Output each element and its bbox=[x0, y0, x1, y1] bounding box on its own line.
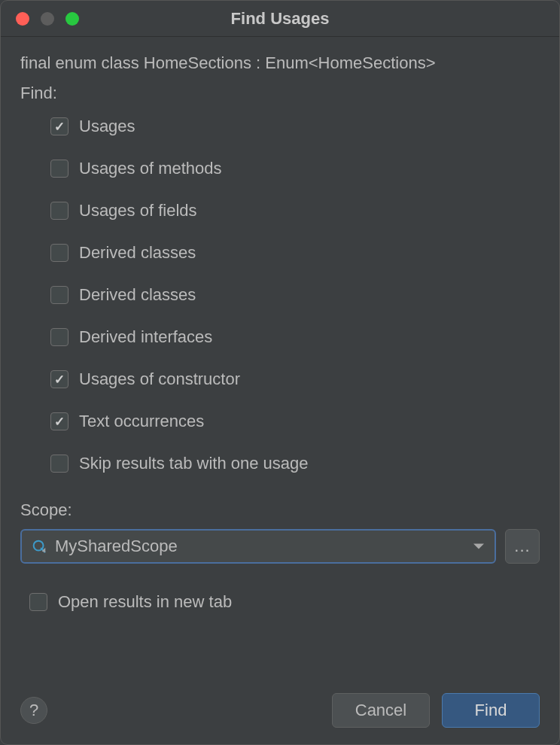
find-button[interactable]: Find bbox=[442, 693, 540, 728]
find-option-checkbox[interactable] bbox=[50, 455, 68, 473]
find-option-row[interactable]: Usages of methods bbox=[50, 159, 540, 178]
find-option-label: Derived interfaces bbox=[79, 327, 212, 347]
find-option-checkbox[interactable] bbox=[50, 412, 68, 430]
help-button[interactable]: ? bbox=[20, 697, 47, 724]
find-option-label: Usages of fields bbox=[79, 201, 197, 220]
scope-more-button[interactable]: ... bbox=[505, 529, 540, 564]
find-option-checkbox[interactable] bbox=[50, 117, 68, 135]
find-option-row[interactable]: Text occurrences bbox=[50, 412, 540, 431]
target-declaration: final enum class HomeSections : Enum<Hom… bbox=[20, 53, 540, 73]
chevron-down-icon bbox=[473, 544, 484, 549]
find-option-label: Text occurrences bbox=[79, 412, 204, 431]
scope-row: MySharedScope ... bbox=[20, 529, 540, 564]
scope-value: MySharedScope bbox=[55, 537, 178, 556]
find-label: Find: bbox=[20, 84, 540, 103]
find-option-row[interactable]: Usages of fields bbox=[50, 201, 540, 220]
find-option-label: Derived classes bbox=[79, 243, 196, 263]
find-usages-dialog: Find Usages final enum class HomeSection… bbox=[0, 0, 560, 745]
find-option-label: Usages of methods bbox=[79, 159, 222, 178]
scope-section: Scope: MySharedScope ... bbox=[20, 500, 540, 564]
window-minimize-button[interactable] bbox=[41, 12, 54, 26]
find-option-row[interactable]: Derived classes bbox=[50, 243, 540, 263]
traffic-lights bbox=[1, 12, 79, 26]
button-bar: ? Cancel Find bbox=[1, 663, 559, 744]
scope-select[interactable]: MySharedScope bbox=[20, 529, 496, 564]
titlebar: Find Usages bbox=[1, 1, 559, 37]
window-title: Find Usages bbox=[231, 9, 330, 29]
find-option-label: Usages of constructor bbox=[79, 369, 240, 389]
find-option-row[interactable]: Derived classes bbox=[50, 285, 540, 305]
find-options-list: UsagesUsages of methodsUsages of fieldsD… bbox=[20, 117, 540, 473]
find-option-row[interactable]: Derived interfaces bbox=[50, 327, 540, 347]
find-option-checkbox[interactable] bbox=[50, 286, 68, 304]
window-maximize-button[interactable] bbox=[65, 12, 79, 26]
open-results-checkbox[interactable] bbox=[29, 593, 47, 611]
find-option-label: Skip results tab with one usage bbox=[79, 454, 309, 473]
dialog-content: final enum class HomeSections : Enum<Hom… bbox=[1, 37, 559, 663]
open-results-label: Open results in new tab bbox=[58, 592, 232, 612]
find-option-checkbox[interactable] bbox=[50, 160, 68, 178]
find-option-checkbox[interactable] bbox=[50, 370, 68, 388]
shared-scope-icon bbox=[31, 538, 47, 555]
find-option-row[interactable]: Usages of constructor bbox=[50, 369, 540, 389]
cancel-button[interactable]: Cancel bbox=[332, 693, 430, 728]
open-results-checkbox-row[interactable]: Open results in new tab bbox=[20, 592, 540, 612]
find-option-checkbox[interactable] bbox=[50, 328, 68, 346]
find-option-row[interactable]: Usages bbox=[50, 117, 540, 136]
find-option-label: Usages bbox=[79, 117, 135, 136]
window-close-button[interactable] bbox=[16, 12, 29, 26]
find-option-label: Derived classes bbox=[79, 285, 196, 305]
find-option-row[interactable]: Skip results tab with one usage bbox=[50, 454, 540, 473]
scope-label: Scope: bbox=[20, 500, 540, 520]
find-option-checkbox[interactable] bbox=[50, 202, 68, 220]
find-option-checkbox[interactable] bbox=[50, 244, 68, 262]
